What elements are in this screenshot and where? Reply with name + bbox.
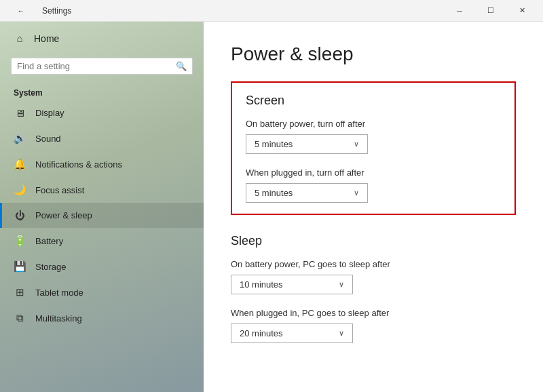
sound-icon: 🔊 bbox=[14, 132, 26, 144]
close-button[interactable]: ✕ bbox=[506, 0, 538, 22]
sidebar-item-storage[interactable]: 💾 Storage bbox=[0, 254, 204, 279]
sidebar-item-label: Sound bbox=[35, 134, 61, 144]
sidebar-item-label: Focus assist bbox=[35, 185, 84, 195]
search-box[interactable]: 🔍 bbox=[11, 58, 193, 75]
search-input[interactable] bbox=[17, 61, 172, 71]
sidebar-item-label: Tablet mode bbox=[35, 288, 83, 298]
chevron-down-icon: ∨ bbox=[354, 140, 359, 149]
content-area: Power & sleep Screen On battery power, t… bbox=[204, 22, 543, 392]
sidebar-item-label: Display bbox=[35, 108, 64, 118]
minimize-button[interactable]: ─ bbox=[444, 0, 475, 22]
sidebar-home-label: Home bbox=[34, 33, 59, 44]
plugged-screen-dropdown[interactable]: 5 minutes ∨ bbox=[246, 183, 368, 203]
sidebar-item-multitasking[interactable]: ⧉ Multitasking bbox=[0, 305, 204, 331]
battery-screen-label: On battery power, turn off after bbox=[246, 119, 501, 129]
sidebar-item-label: Power & sleep bbox=[35, 210, 92, 220]
home-icon: ⌂ bbox=[14, 33, 26, 44]
notifications-icon: 🔔 bbox=[14, 158, 26, 170]
sidebar-item-label: Storage bbox=[35, 262, 67, 272]
sidebar-item-notifications[interactable]: 🔔 Notifications & actions bbox=[0, 151, 204, 177]
title-bar-title: Settings bbox=[42, 6, 71, 16]
power-icon: ⏻ bbox=[14, 210, 26, 221]
sidebar-item-power[interactable]: ⏻ Power & sleep bbox=[0, 203, 204, 228]
sidebar-home-item[interactable]: ⌂ Home bbox=[0, 22, 204, 55]
plugged-sleep-label: When plugged in, PC goes to sleep after bbox=[231, 308, 516, 318]
sidebar-item-label: Battery bbox=[35, 236, 63, 246]
chevron-down-icon: ∨ bbox=[339, 280, 344, 289]
sidebar-item-display[interactable]: 🖥 Display bbox=[0, 100, 204, 125]
plugged-sleep-dropdown[interactable]: 20 minutes ∨ bbox=[231, 324, 353, 343]
title-bar: ← Settings ─ ☐ ✕ bbox=[0, 0, 543, 22]
battery-screen-value: 5 minutes bbox=[255, 139, 293, 149]
storage-icon: 💾 bbox=[14, 260, 26, 273]
multitasking-icon: ⧉ bbox=[14, 312, 26, 324]
system-label: System bbox=[0, 83, 204, 100]
sleep-section: Sleep On battery power, PC goes to sleep… bbox=[231, 234, 516, 343]
maximize-button[interactable]: ☐ bbox=[475, 0, 506, 22]
app-body: ⌂ Home 🔍 System 🖥 Display 🔊 Sound 🔔 Noti… bbox=[0, 22, 543, 392]
battery-sleep-dropdown[interactable]: 10 minutes ∨ bbox=[231, 275, 353, 294]
chevron-down-icon: ∨ bbox=[339, 329, 344, 338]
sidebar-item-label: Notifications & actions bbox=[35, 159, 122, 170]
battery-sleep-value: 10 minutes bbox=[240, 279, 283, 290]
page-title: Power & sleep bbox=[231, 43, 516, 65]
title-bar-controls: ─ ☐ ✕ bbox=[444, 0, 538, 22]
tablet-icon: ⊞ bbox=[14, 286, 26, 298]
battery-icon: 🔋 bbox=[14, 235, 26, 247]
sidebar-item-tablet[interactable]: ⊞ Tablet mode bbox=[0, 279, 204, 305]
screen-section: Screen On battery power, turn off after … bbox=[231, 81, 516, 215]
sidebar-item-sound[interactable]: 🔊 Sound bbox=[0, 125, 204, 151]
display-icon: 🖥 bbox=[14, 107, 26, 119]
chevron-down-icon: ∨ bbox=[354, 189, 359, 197]
screen-section-title: Screen bbox=[246, 94, 501, 108]
battery-screen-dropdown[interactable]: 5 minutes ∨ bbox=[246, 134, 368, 154]
sidebar: ⌂ Home 🔍 System 🖥 Display 🔊 Sound 🔔 Noti… bbox=[0, 22, 204, 392]
sleep-section-title: Sleep bbox=[231, 234, 516, 248]
focus-icon: 🌙 bbox=[14, 184, 26, 196]
title-bar-left: ← Settings bbox=[5, 0, 444, 22]
plugged-screen-label: When plugged in, turn off after bbox=[246, 168, 501, 178]
sidebar-item-label: Multitasking bbox=[35, 313, 82, 324]
back-button[interactable]: ← bbox=[5, 0, 37, 22]
back-icon: ← bbox=[18, 7, 25, 15]
sidebar-item-focus[interactable]: 🌙 Focus assist bbox=[0, 177, 204, 203]
search-icon: 🔍 bbox=[176, 61, 187, 71]
plugged-screen-value: 5 minutes bbox=[255, 188, 293, 198]
sidebar-item-battery[interactable]: 🔋 Battery bbox=[0, 228, 204, 254]
plugged-sleep-value: 20 minutes bbox=[240, 328, 283, 338]
battery-sleep-label: On battery power, PC goes to sleep after bbox=[231, 259, 516, 269]
